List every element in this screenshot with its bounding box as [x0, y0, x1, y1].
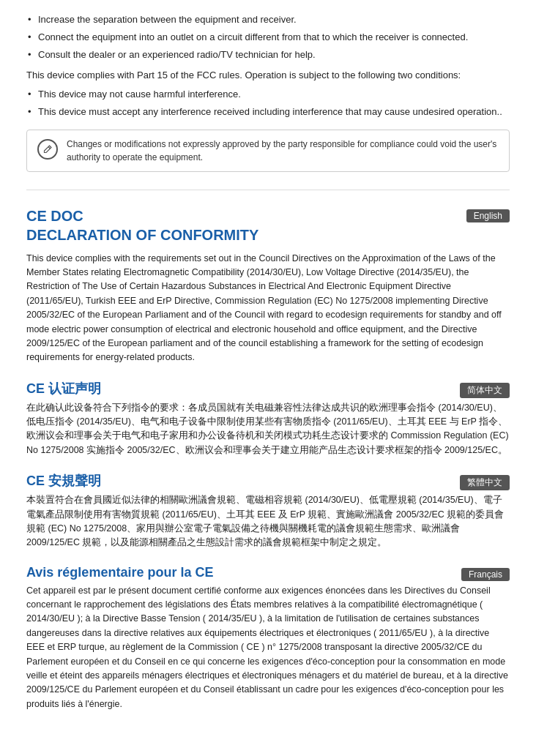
french-body: Cet appareil est par le présent document… [26, 584, 510, 711]
fcc-conditions-list: This device may not cause harmful interf… [26, 88, 510, 119]
fcc-condition-2: This device must accept any interference… [26, 105, 510, 119]
ce-doc-lang-badge: English [466, 209, 510, 222]
traditional-chinese-body: 本裝置符合在會員國近似法律的相關歐洲議會規範、電磁相容規範 (2014/30/E… [26, 493, 510, 550]
ce-doc-body: This device complies with the requiremen… [26, 252, 510, 365]
ce-doc-title-line2: DECLARATION OF CONFORMITY [26, 225, 466, 244]
ce-doc-title-line1: CE DOC [26, 206, 466, 225]
section-divider [26, 190, 510, 190]
ce-doc-header-row: CE DOC DECLARATION OF CONFORMITY English [26, 206, 510, 249]
fcc-condition-1: This device may not cause harmful interf… [26, 88, 510, 102]
simplified-chinese-lang-badge: 简体中文 [460, 383, 510, 398]
traditional-chinese-section: CE 安規聲明 繁體中文 本裝置符合在會員國近似法律的相關歐洲議會規範、電磁相容… [26, 472, 510, 550]
bullet-item-3: Consult the dealer or an experienced rad… [26, 48, 510, 62]
simplified-chinese-body: 在此确认此设备符合下列指令的要求：各成员国就有关电磁兼容性法律达成共识的欧洲理事… [26, 401, 510, 458]
traditional-chinese-lang-badge: 繁體中文 [460, 475, 510, 490]
french-section: Avis réglementaire pour la CE Français C… [26, 565, 510, 711]
fcc-paragraph: This device complies with Part 15 of the… [26, 68, 510, 83]
pencil-icon [37, 139, 58, 160]
french-title: Avis réglementaire pour la CE [26, 565, 213, 580]
traditional-chinese-header-row: CE 安規聲明 繁體中文 [26, 472, 510, 490]
simplified-chinese-section: CE 认证声明 简体中文 在此确认此设备符合下列指令的要求：各成员国就有关电磁兼… [26, 380, 510, 458]
french-header-row: Avis réglementaire pour la CE Français [26, 565, 510, 581]
bullet-item-1: Increase the separation between the equi… [26, 13, 510, 27]
top-bullet-list: Increase the separation between the equi… [26, 13, 510, 62]
traditional-chinese-title: CE 安規聲明 [26, 472, 101, 490]
notice-box: Changes or modifications not expressly a… [26, 130, 510, 172]
ce-doc-title-block: CE DOC DECLARATION OF CONFORMITY [26, 206, 466, 249]
french-lang-badge: Français [461, 568, 510, 581]
simplified-chinese-header-row: CE 认证声明 简体中文 [26, 380, 510, 398]
bullet-item-2: Connect the equipment into an outlet on … [26, 31, 510, 45]
notice-text: Changes or modifications not expressly a… [67, 138, 499, 164]
ce-doc-section: CE DOC DECLARATION OF CONFORMITY English… [26, 206, 510, 365]
simplified-chinese-title: CE 认证声明 [26, 380, 101, 397]
